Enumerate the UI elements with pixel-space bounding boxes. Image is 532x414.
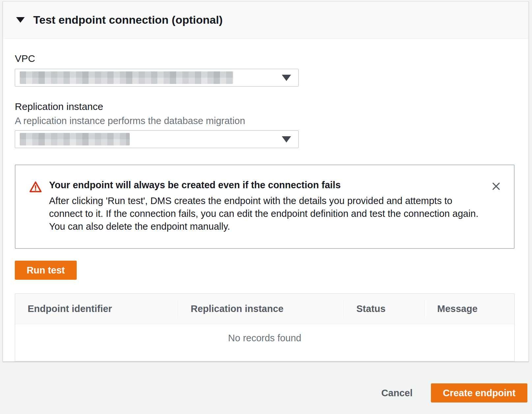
collapse-caret-icon <box>16 17 25 23</box>
vpc-selected-value-redacted <box>20 71 233 84</box>
replication-instance-label: Replication instance <box>15 101 515 112</box>
cancel-button[interactable]: Cancel <box>381 388 412 399</box>
warning-triangle-icon <box>29 181 42 194</box>
section-body: VPC Replication instance A replication i… <box>3 39 528 361</box>
section-title: Test endpoint connection (optional) <box>33 13 223 26</box>
section-header[interactable]: Test endpoint connection (optional) <box>3 2 528 39</box>
table-empty-message: No records found <box>15 324 514 361</box>
column-header-status: Status <box>344 300 425 318</box>
test-endpoint-connection-panel: Test endpoint connection (optional) VPC … <box>3 1 529 362</box>
column-header-message: Message <box>424 300 514 318</box>
replication-instance-select[interactable] <box>15 130 299 148</box>
test-results-table: Endpoint identifier Replication instance… <box>15 294 515 361</box>
dropdown-caret-icon <box>282 75 291 81</box>
replication-instance-field: Replication instance A replication insta… <box>15 101 515 148</box>
warning-body: After clicking 'Run test', DMS creates t… <box>49 194 486 233</box>
column-header-replication-instance: Replication instance <box>178 300 343 318</box>
dropdown-caret-icon <box>282 136 291 142</box>
vpc-label: VPC <box>15 53 515 64</box>
table-header-row: Endpoint identifier Replication instance… <box>15 294 514 324</box>
warning-title: Your endpoint will always be created eve… <box>49 180 486 191</box>
replication-instance-description: A replication instance performs the data… <box>15 116 515 126</box>
page: { "section": { "title": "Test endpoint c… <box>0 0 532 414</box>
footer-actions: Cancel Create endpoint <box>381 378 527 407</box>
vpc-select[interactable] <box>15 69 299 87</box>
replication-instance-selected-value-redacted <box>20 133 130 145</box>
vpc-field: VPC <box>15 53 515 87</box>
create-endpoint-button[interactable]: Create endpoint <box>431 383 527 402</box>
close-icon <box>491 188 501 193</box>
warning-close-button[interactable] <box>490 180 503 193</box>
run-test-button[interactable]: Run test <box>15 261 77 280</box>
warning-content: Your endpoint will always be created eve… <box>49 180 486 233</box>
warning-flash: Your endpoint will always be created eve… <box>15 165 515 249</box>
column-header-endpoint-identifier: Endpoint identifier <box>15 300 178 318</box>
